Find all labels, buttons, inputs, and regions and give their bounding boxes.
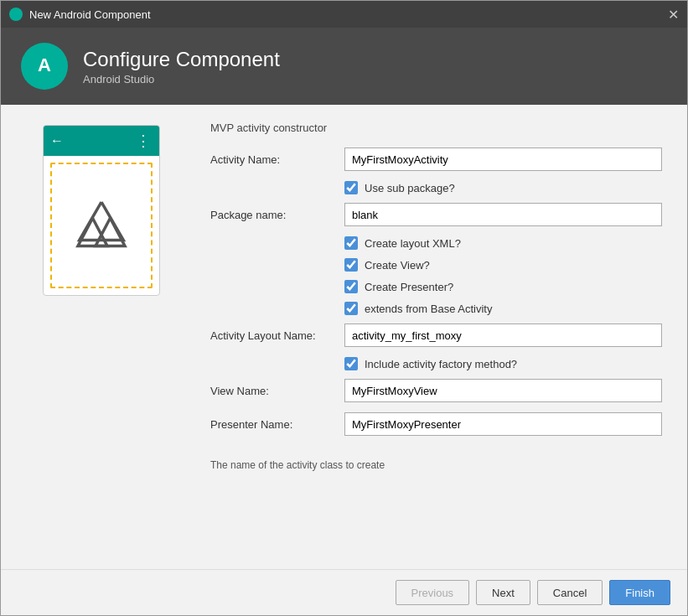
view-name-row: View Name: [210, 379, 662, 402]
phone-preview: ← ⋮ [43, 125, 160, 296]
use-sub-package-checkbox[interactable] [344, 181, 358, 194]
cancel-button[interactable]: Cancel [537, 580, 603, 605]
include-factory-row: Include activity factory method? [344, 357, 662, 370]
activity-layout-name-label: Activity Layout Name: [210, 329, 344, 342]
header-section: A Configure Component Android Studio [1, 28, 687, 105]
use-sub-package-label: Use sub package? [365, 182, 455, 194]
svg-text:A: A [38, 54, 51, 75]
previous-button[interactable]: Previous [396, 580, 470, 605]
create-presenter-row: Create Presenter? [344, 280, 662, 293]
create-layout-xml-label: Create layout XML? [365, 237, 461, 250]
content-area: ← ⋮ MVP activity constructor [1, 105, 687, 569]
footer: Previous Next Cancel Finish [1, 569, 687, 615]
include-factory-label: Include activity factory method? [365, 358, 517, 370]
package-name-input[interactable] [344, 203, 662, 226]
create-layout-xml-row: Create layout XML? [344, 236, 662, 250]
activity-name-row: Activity Name: [210, 148, 662, 171]
presenter-name-input[interactable] [344, 412, 662, 436]
header-text: Configure Component Android Studio [83, 48, 280, 85]
window-title: New Android Component [29, 8, 668, 21]
view-name-label: View Name: [210, 385, 344, 397]
include-factory-checkbox[interactable] [344, 357, 358, 370]
title-bar: New Android Component ✕ [1, 1, 687, 28]
main-window: New Android Component ✕ A Configure Comp… [0, 0, 688, 616]
package-name-row: Package name: [210, 203, 662, 226]
header-title: Configure Component [83, 48, 280, 71]
close-button[interactable]: ✕ [668, 7, 679, 23]
phone-body [50, 163, 153, 288]
extends-base-row: extends from Base Activity [344, 302, 662, 315]
activity-name-input[interactable] [344, 148, 662, 171]
next-button[interactable]: Next [476, 580, 530, 605]
package-name-label: Package name: [210, 209, 344, 221]
finish-button[interactable]: Finish [609, 580, 670, 605]
form-panel: MVP activity constructor Activity Name: … [202, 105, 687, 569]
back-icon: ← [50, 133, 64, 148]
preview-panel: ← ⋮ [1, 105, 202, 569]
menu-icon: ⋮ [136, 132, 153, 150]
preview-logo [72, 196, 131, 255]
view-name-input[interactable] [344, 379, 662, 402]
presenter-name-row: Presenter Name: [210, 412, 662, 436]
activity-layout-name-row: Activity Layout Name: [210, 324, 662, 347]
create-layout-xml-checkbox[interactable] [344, 236, 358, 250]
use-sub-package-row: Use sub package? [344, 181, 662, 194]
section-title: MVP activity constructor [210, 122, 662, 134]
hint-text: The name of the activity class to create [210, 453, 662, 471]
logo-svg: A [29, 51, 59, 81]
extends-base-label: extends from Base Activity [365, 303, 492, 315]
phone-topbar: ← ⋮ [44, 126, 159, 156]
window-icon [9, 8, 23, 21]
header-subtitle: Android Studio [83, 73, 280, 85]
create-view-label: Create View? [365, 259, 430, 272]
presenter-name-label: Presenter Name: [210, 418, 344, 431]
activity-name-label: Activity Name: [210, 153, 344, 166]
create-view-checkbox[interactable] [344, 258, 358, 272]
create-presenter-label: Create Presenter? [365, 281, 453, 293]
activity-layout-name-input[interactable] [344, 324, 662, 347]
android-studio-logo: A [21, 43, 68, 90]
create-presenter-checkbox[interactable] [344, 280, 358, 293]
extends-base-checkbox[interactable] [344, 302, 358, 315]
create-view-row: Create View? [344, 258, 662, 272]
